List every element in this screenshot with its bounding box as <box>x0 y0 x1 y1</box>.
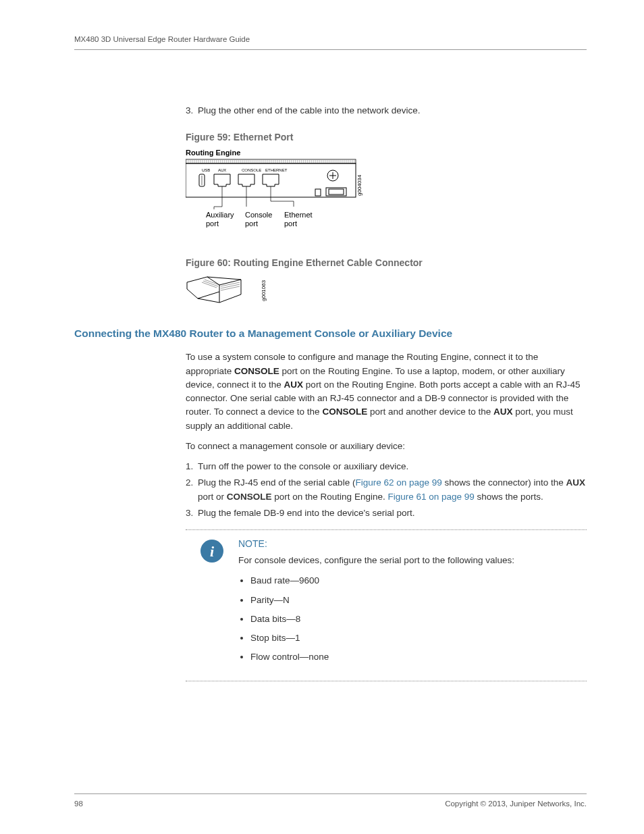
section-heading: Connecting the MX480 Router to a Managem… <box>74 325 587 341</box>
console-strong-3: CONSOLE <box>227 492 272 502</box>
svg-rect-9 <box>315 189 321 196</box>
eth-callout-2: port <box>284 219 297 228</box>
console-tiny-label: CONSOLE <box>242 168 261 172</box>
note-list: Baud rate—9600 Parity—N Data bits—8 Stop… <box>238 574 587 664</box>
list-item: Baud rate—9600 <box>250 574 587 588</box>
lead-paragraph: To connect a management console or auxil… <box>186 440 587 453</box>
figure-60-caption: Figure 60: Routing Engine Ethernet Cable… <box>186 256 587 270</box>
intro-paragraph: To use a system console to configure and… <box>186 350 587 433</box>
s2b: shows the connector) into the <box>442 477 566 488</box>
usb-tiny-label: USB <box>202 168 210 172</box>
console-strong-2: CONSOLE <box>322 407 367 417</box>
list-item: Flow control—none <box>250 650 587 664</box>
console-callout: Console <box>245 211 272 219</box>
aux-callout: Auxiliary <box>206 211 234 219</box>
list-item: Parity—N <box>250 594 587 607</box>
note-box: i NOTE: For console devices, configure t… <box>186 529 587 681</box>
aux-strong-3: AUX <box>566 477 586 488</box>
note-title: NOTE: <box>238 537 587 551</box>
svg-rect-0 <box>186 159 356 163</box>
page-number: 98 <box>74 798 83 810</box>
svg-rect-11 <box>329 189 344 194</box>
aux-strong-2: AUX <box>493 407 513 417</box>
page-footer: 98 Copyright © 2013, Juniper Networks, I… <box>74 793 587 810</box>
console-strong-1: CONSOLE <box>234 366 279 376</box>
console-callout-2: port <box>245 219 258 228</box>
list-item: Data bits—8 <box>250 613 587 626</box>
svg-line-22 <box>221 282 240 286</box>
step-number: 3. <box>186 104 198 118</box>
ethernet-tiny-label: ETHERNET <box>265 168 288 172</box>
eth-callout: Ethernet <box>284 211 313 219</box>
list-item: Stop bits—1 <box>250 631 587 645</box>
figure-61-link[interactable]: Figure 61 on page 99 <box>387 492 474 502</box>
copyright: Copyright © 2013, Juniper Networks, Inc. <box>445 798 587 810</box>
info-icon: i <box>200 540 223 563</box>
s2e: shows the ports. <box>475 492 543 502</box>
routing-engine-label: Routing Engine <box>186 149 240 157</box>
figure-59-caption: Figure 59: Ethernet Port <box>186 130 587 145</box>
aux-strong-1: AUX <box>284 380 304 390</box>
figure60-id: g001063 <box>261 280 267 301</box>
step-number: 2. <box>186 476 198 504</box>
figure-62-link[interactable]: Figure 62 on page 99 <box>355 477 441 488</box>
aux-tiny-label: AUX <box>218 168 226 172</box>
p1d: port and another device to the <box>367 407 493 417</box>
s2a: Plug the RJ-45 end of the serial cable ( <box>198 477 355 488</box>
figure-60: g001063 <box>186 274 587 312</box>
s2d: port on the Routing Engine. <box>272 492 388 502</box>
step-text: Plug the RJ-45 end of the serial cable (… <box>198 476 587 504</box>
figure59-id: g004034 <box>356 174 363 196</box>
svg-line-23 <box>221 284 240 288</box>
note-lead: For console devices, configure the seria… <box>238 554 587 567</box>
step-1: 1. Turn off the power to the console or … <box>186 460 587 473</box>
svg-line-24 <box>221 286 240 290</box>
step-text: Plug the female DB-9 end into the device… <box>198 506 587 520</box>
step-text: Turn off the power to the console or aux… <box>198 460 587 473</box>
s2c: port or <box>198 492 227 502</box>
running-header: MX480 3D Universal Edge Router Hardware … <box>74 34 587 50</box>
step-3: 3. Plug the female DB-9 end into the dev… <box>186 506 587 520</box>
step-number: 3. <box>186 506 198 520</box>
figure-59: Routing Engine USB AUX CONSOLE ETHERNET <box>186 149 587 244</box>
step-2: 2. Plug the RJ-45 end of the serial cabl… <box>186 476 587 504</box>
step-number: 1. <box>186 460 198 473</box>
step-text: Plug the other end of the cable into the… <box>198 104 587 118</box>
aux-callout-2: port <box>206 219 219 228</box>
step-3-top: 3. Plug the other end of the cable into … <box>186 104 587 118</box>
